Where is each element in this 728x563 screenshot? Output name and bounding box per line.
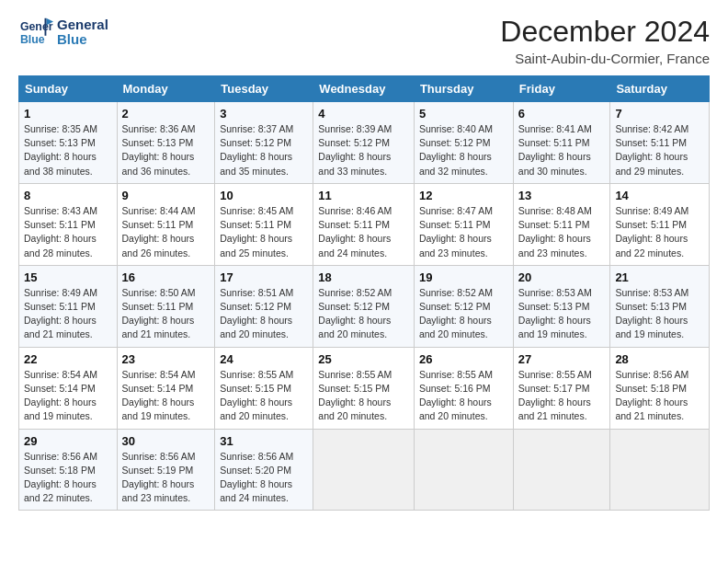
day-number: 28 — [615, 352, 704, 366]
day-info: Sunrise: 8:53 AMSunset: 5:13 PMDaylight:… — [518, 286, 606, 342]
day-info: Sunrise: 8:41 AMSunset: 5:11 PMDaylight:… — [518, 122, 606, 178]
header-cell-thursday: Thursday — [414, 76, 513, 102]
day-cell: 2Sunrise: 8:36 AMSunset: 5:13 PMDaylight… — [117, 102, 215, 184]
header-cell-sunday: Sunday — [19, 76, 118, 102]
day-cell: 22Sunrise: 8:54 AMSunset: 5:14 PMDayligh… — [19, 347, 118, 429]
day-number: 30 — [122, 434, 210, 448]
day-cell: 9Sunrise: 8:44 AMSunset: 5:11 PMDaylight… — [117, 183, 215, 265]
day-cell — [313, 429, 415, 511]
day-number: 23 — [122, 352, 210, 366]
day-number: 17 — [220, 270, 308, 284]
day-info: Sunrise: 8:54 AMSunset: 5:14 PMDaylight:… — [122, 368, 210, 424]
day-cell: 1Sunrise: 8:35 AMSunset: 5:13 PMDaylight… — [19, 102, 118, 184]
header-cell-wednesday: Wednesday — [313, 76, 415, 102]
day-cell: 6Sunrise: 8:41 AMSunset: 5:11 PMDaylight… — [513, 102, 610, 184]
day-cell: 3Sunrise: 8:37 AMSunset: 5:12 PMDaylight… — [215, 102, 313, 184]
day-number: 10 — [220, 189, 308, 202]
svg-rect-4 — [45, 18, 47, 36]
day-cell: 30Sunrise: 8:56 AMSunset: 5:19 PMDayligh… — [117, 429, 215, 511]
header-cell-tuesday: Tuesday — [215, 76, 313, 102]
day-number: 9 — [122, 189, 210, 202]
day-number: 6 — [518, 107, 606, 121]
day-info: Sunrise: 8:55 AMSunset: 5:17 PMDaylight:… — [518, 368, 606, 424]
day-cell: 5Sunrise: 8:40 AMSunset: 5:12 PMDaylight… — [414, 102, 513, 184]
day-number: 25 — [318, 352, 409, 366]
day-info: Sunrise: 8:44 AMSunset: 5:11 PMDaylight:… — [122, 204, 210, 260]
day-info: Sunrise: 8:50 AMSunset: 5:11 PMDaylight:… — [122, 286, 210, 342]
day-number: 27 — [518, 352, 606, 366]
logo-text: General Blue — [57, 17, 108, 48]
day-number: 26 — [419, 352, 508, 366]
day-cell: 31Sunrise: 8:56 AMSunset: 5:20 PMDayligh… — [215, 429, 313, 511]
day-cell: 19Sunrise: 8:52 AMSunset: 5:12 PMDayligh… — [414, 265, 513, 347]
day-info: Sunrise: 8:51 AMSunset: 5:12 PMDaylight:… — [220, 286, 308, 342]
page-header: General Blue General Blue December 2024 … — [18, 15, 710, 66]
day-info: Sunrise: 8:47 AMSunset: 5:11 PMDaylight:… — [419, 204, 508, 260]
day-cell: 28Sunrise: 8:56 AMSunset: 5:18 PMDayligh… — [610, 347, 710, 429]
day-number: 11 — [318, 189, 409, 202]
header-cell-friday: Friday — [513, 76, 610, 102]
svg-text:Blue: Blue — [20, 33, 45, 46]
day-info: Sunrise: 8:46 AMSunset: 5:11 PMDaylight:… — [318, 204, 409, 260]
day-info: Sunrise: 8:49 AMSunset: 5:11 PMDaylight:… — [24, 286, 112, 342]
day-info: Sunrise: 8:55 AMSunset: 5:16 PMDaylight:… — [419, 368, 508, 424]
day-info: Sunrise: 8:40 AMSunset: 5:12 PMDaylight:… — [419, 122, 508, 178]
day-number: 14 — [615, 189, 704, 202]
day-number: 20 — [518, 270, 606, 284]
location: Saint-Aubin-du-Cormier, France — [500, 51, 710, 66]
day-number: 12 — [419, 189, 508, 202]
day-number: 13 — [518, 189, 606, 202]
header-cell-monday: Monday — [117, 76, 215, 102]
day-info: Sunrise: 8:35 AMSunset: 5:13 PMDaylight:… — [24, 122, 112, 178]
day-cell: 7Sunrise: 8:42 AMSunset: 5:11 PMDaylight… — [610, 102, 710, 184]
day-cell: 27Sunrise: 8:55 AMSunset: 5:17 PMDayligh… — [513, 347, 610, 429]
day-number: 31 — [220, 434, 308, 448]
day-cell: 10Sunrise: 8:45 AMSunset: 5:11 PMDayligh… — [215, 183, 313, 265]
day-info: Sunrise: 8:56 AMSunset: 5:18 PMDaylight:… — [615, 368, 704, 424]
day-number: 29 — [24, 434, 112, 448]
day-number: 22 — [24, 352, 112, 366]
header-cell-saturday: Saturday — [610, 76, 710, 102]
week-row-5: 29Sunrise: 8:56 AMSunset: 5:18 PMDayligh… — [19, 429, 710, 511]
title-block: December 2024 Saint-Aubin-du-Cormier, Fr… — [500, 15, 710, 66]
day-cell: 11Sunrise: 8:46 AMSunset: 5:11 PMDayligh… — [313, 183, 415, 265]
day-number: 8 — [24, 189, 112, 202]
week-row-2: 8Sunrise: 8:43 AMSunset: 5:11 PMDaylight… — [19, 183, 710, 265]
day-info: Sunrise: 8:39 AMSunset: 5:12 PMDaylight:… — [318, 122, 409, 178]
day-cell: 15Sunrise: 8:49 AMSunset: 5:11 PMDayligh… — [19, 265, 118, 347]
day-number: 15 — [24, 270, 112, 284]
day-info: Sunrise: 8:53 AMSunset: 5:13 PMDaylight:… — [615, 286, 704, 342]
day-cell — [610, 429, 710, 511]
day-cell: 25Sunrise: 8:55 AMSunset: 5:15 PMDayligh… — [313, 347, 415, 429]
day-number: 16 — [122, 270, 210, 284]
day-cell — [513, 429, 610, 511]
day-cell: 23Sunrise: 8:54 AMSunset: 5:14 PMDayligh… — [117, 347, 215, 429]
day-cell: 8Sunrise: 8:43 AMSunset: 5:11 PMDaylight… — [19, 183, 118, 265]
day-number: 4 — [318, 107, 409, 121]
day-info: Sunrise: 8:52 AMSunset: 5:12 PMDaylight:… — [419, 286, 508, 342]
week-row-4: 22Sunrise: 8:54 AMSunset: 5:14 PMDayligh… — [19, 347, 710, 429]
day-cell — [414, 429, 513, 511]
day-number: 21 — [615, 270, 704, 284]
day-number: 2 — [122, 107, 210, 121]
day-cell: 14Sunrise: 8:49 AMSunset: 5:11 PMDayligh… — [610, 183, 710, 265]
day-number: 5 — [419, 107, 508, 121]
day-cell: 20Sunrise: 8:53 AMSunset: 5:13 PMDayligh… — [513, 265, 610, 347]
day-info: Sunrise: 8:45 AMSunset: 5:11 PMDaylight:… — [220, 204, 308, 260]
day-info: Sunrise: 8:43 AMSunset: 5:11 PMDaylight:… — [24, 204, 112, 260]
day-cell: 12Sunrise: 8:47 AMSunset: 5:11 PMDayligh… — [414, 183, 513, 265]
day-info: Sunrise: 8:37 AMSunset: 5:12 PMDaylight:… — [220, 122, 308, 178]
day-info: Sunrise: 8:54 AMSunset: 5:14 PMDaylight:… — [24, 368, 112, 424]
day-cell: 26Sunrise: 8:55 AMSunset: 5:16 PMDayligh… — [414, 347, 513, 429]
day-cell: 21Sunrise: 8:53 AMSunset: 5:13 PMDayligh… — [610, 265, 710, 347]
logo: General Blue General Blue — [18, 15, 108, 50]
day-info: Sunrise: 8:52 AMSunset: 5:12 PMDaylight:… — [318, 286, 409, 342]
calendar-table: SundayMondayTuesdayWednesdayThursdayFrid… — [18, 75, 710, 511]
day-info: Sunrise: 8:56 AMSunset: 5:18 PMDaylight:… — [24, 450, 112, 506]
day-cell: 16Sunrise: 8:50 AMSunset: 5:11 PMDayligh… — [117, 265, 215, 347]
day-number: 18 — [318, 270, 409, 284]
day-cell: 17Sunrise: 8:51 AMSunset: 5:12 PMDayligh… — [215, 265, 313, 347]
day-cell: 4Sunrise: 8:39 AMSunset: 5:12 PMDaylight… — [313, 102, 415, 184]
day-info: Sunrise: 8:56 AMSunset: 5:20 PMDaylight:… — [220, 450, 308, 506]
month-title: December 2024 — [500, 15, 710, 49]
